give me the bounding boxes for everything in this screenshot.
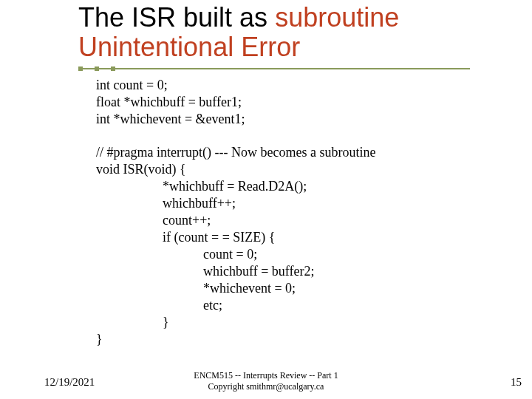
code-line: whichbuff++;	[96, 195, 510, 212]
footer-line1: ENCM515 -- Interrupts Review -- Part 1	[0, 370, 532, 381]
code-line: void ISR(void) {	[96, 161, 510, 178]
title-part1: The ISR built as	[78, 2, 275, 33]
code-line: etc;	[96, 297, 510, 314]
slide-number: 15	[511, 376, 522, 389]
footer-line2: Copyright smithmr@ucalgary.ca	[0, 381, 532, 392]
title-line2: Unintentional Error	[78, 32, 300, 62]
code-line: }	[96, 331, 510, 348]
code-line: count = 0;	[96, 246, 510, 263]
code-line: int count = 0;	[96, 77, 510, 94]
code-line: }	[96, 314, 510, 331]
code-line: int *whichevent = &event1;	[96, 111, 510, 128]
title-underline-decor	[78, 68, 470, 72]
code-line: whichbuff = buffer2;	[96, 263, 510, 280]
slide-title: The ISR built as subroutine Unintentiona…	[78, 3, 507, 61]
code-block: int count = 0; float *whichbuff = buffer…	[96, 77, 510, 348]
code-line: count++;	[96, 212, 510, 229]
footer-center: ENCM515 -- Interrupts Review -- Part 1 C…	[0, 370, 532, 392]
code-line: // #pragma interrupt() --- Now becomes a…	[96, 144, 510, 161]
code-line: *whichevent = 0;	[96, 280, 510, 297]
title-heading: The ISR built as subroutine Unintentiona…	[78, 3, 507, 61]
code-line: if (count = = SIZE) {	[96, 229, 510, 246]
code-line: float *whichbuff = buffer1;	[96, 94, 510, 111]
code-line: *whichbuff = Read.D2A();	[96, 178, 510, 195]
title-accent: subroutine	[275, 2, 399, 33]
